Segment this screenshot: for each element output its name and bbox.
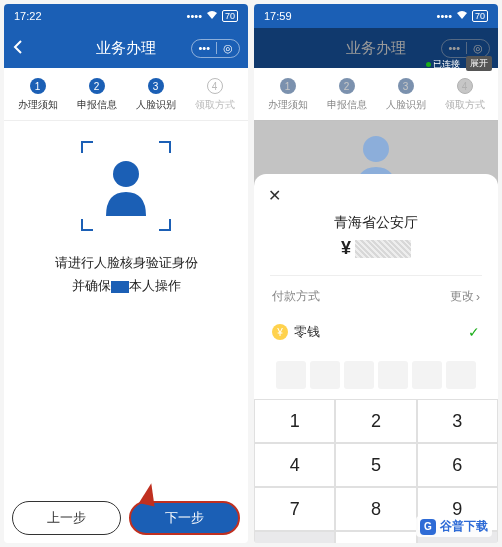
watermark: G 谷普下载 (416, 516, 492, 537)
face-area: 请进行人脸核身验证身份 并确保本人操作 (4, 121, 248, 493)
step-label: 办理须知 (18, 98, 58, 112)
target-icon[interactable]: ◎ (223, 42, 233, 55)
step-circle: 3 (148, 78, 164, 94)
status-indicators: •••• 70 (437, 10, 488, 22)
face-frame (81, 141, 171, 231)
face-icon (101, 156, 151, 216)
face-instruction: 请进行人脸核身验证身份 并确保本人操作 (55, 251, 198, 298)
amount-censored (355, 240, 411, 258)
method-change[interactable]: 更改 (450, 288, 474, 305)
steps-bar-dimmed: 1办理须知 2申报信息 3人脸识别 4领取方式 (254, 68, 498, 121)
wifi-icon (206, 10, 218, 22)
phone-right: 17:59 •••• 70 业务办理 ••• ◎ 已连接 展开 1办理须知 2申… (254, 4, 498, 543)
green-dot-icon (426, 62, 431, 67)
svg-point-1 (363, 136, 389, 162)
payment-method-row[interactable]: 付款方式 更改 › (270, 275, 482, 317)
target-icon[interactable]: ◎ (473, 42, 483, 55)
key-3[interactable]: 3 (417, 399, 498, 443)
key-8[interactable]: 8 (335, 487, 416, 531)
phone-left: 17:22 •••• 70 业务办理 ••• ◎ 1 办理须知 2 (4, 4, 248, 543)
status-bar: 17:22 •••• 70 (4, 4, 248, 28)
nav-capsule[interactable]: ••• ◎ (191, 39, 240, 58)
more-icon[interactable]: ••• (198, 42, 210, 54)
annotation-arrow (139, 482, 159, 507)
face-text-2: 并确保本人操作 (55, 274, 198, 297)
status-indicators: •••• 70 (187, 10, 238, 22)
step-3: 3 人脸识别 (126, 78, 185, 112)
nav-title: 业务办理 (346, 39, 406, 58)
signal-icon: •••• (437, 10, 452, 22)
wifi-icon (456, 10, 468, 22)
key-2[interactable]: 2 (335, 399, 416, 443)
status-time: 17:22 (14, 10, 42, 22)
key-0[interactable]: 0 (335, 531, 416, 543)
battery-icon: 70 (472, 10, 488, 22)
option-label: 零钱 (294, 323, 320, 341)
check-icon: ✓ (468, 324, 480, 340)
prev-button[interactable]: 上一步 (12, 501, 121, 535)
key-4[interactable]: 4 (254, 443, 335, 487)
pin-input[interactable] (270, 355, 482, 399)
status-bar: 17:59 •••• 70 (254, 4, 498, 28)
payment-sheet: ✕ 青海省公安厅 ¥ 付款方式 更改 › ¥ 零钱 ✓ (254, 174, 498, 543)
nav-bar: 业务办理 ••• ◎ (4, 28, 248, 68)
back-icon[interactable] (12, 39, 24, 58)
step-label: 申报信息 (77, 98, 117, 112)
step-4: 4 领取方式 (185, 78, 244, 112)
nav-bar: 业务办理 ••• ◎ (254, 28, 498, 68)
key-1[interactable]: 1 (254, 399, 335, 443)
watermark-icon: G (420, 519, 436, 535)
more-icon[interactable]: ••• (448, 42, 460, 54)
next-button[interactable]: 下一步 (129, 501, 240, 535)
steps-bar: 1 办理须知 2 申报信息 3 人脸识别 4 领取方式 (4, 68, 248, 121)
status-time: 17:59 (264, 10, 292, 22)
step-circle: 4 (207, 78, 223, 94)
chevron-right-icon: › (476, 290, 480, 304)
close-icon[interactable]: ✕ (268, 186, 281, 205)
censored-text (111, 281, 129, 293)
signal-icon: •••• (187, 10, 202, 22)
step-label: 人脸识别 (136, 98, 176, 112)
step-circle: 2 (89, 78, 105, 94)
amount: ¥ (270, 238, 482, 259)
step-label: 领取方式 (195, 98, 235, 112)
key-6[interactable]: 6 (417, 443, 498, 487)
svg-point-0 (113, 161, 139, 187)
key-empty (254, 531, 335, 543)
nav-capsule[interactable]: ••• ◎ (441, 39, 490, 58)
battery-icon: 70 (222, 10, 238, 22)
step-1: 1 办理须知 (8, 78, 67, 112)
step-circle: 1 (30, 78, 46, 94)
currency-symbol: ¥ (341, 238, 351, 259)
face-text-1: 请进行人脸核身验证身份 (55, 251, 198, 274)
key-7[interactable]: 7 (254, 487, 335, 531)
wallet-icon: ¥ (272, 324, 288, 340)
payee-name: 青海省公安厅 (270, 214, 482, 232)
key-5[interactable]: 5 (335, 443, 416, 487)
method-label: 付款方式 (272, 288, 320, 305)
step-2: 2 申报信息 (67, 78, 126, 112)
nav-title: 业务办理 (96, 39, 156, 58)
payment-option[interactable]: ¥ 零钱 ✓ (270, 317, 482, 355)
watermark-text: 谷普下载 (440, 518, 488, 535)
bottom-buttons: 上一步 下一步 (4, 493, 248, 543)
